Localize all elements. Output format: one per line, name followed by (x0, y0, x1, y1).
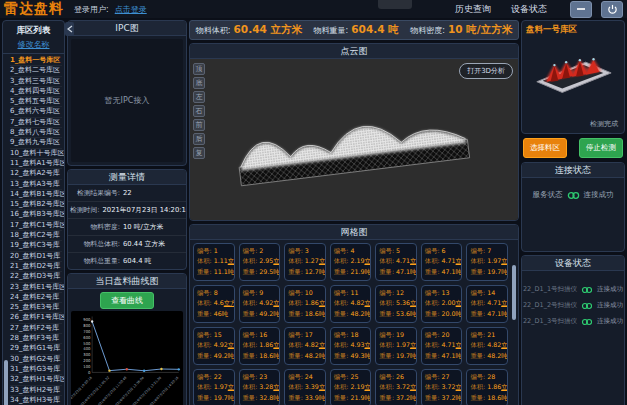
chevron-left-icon (67, 25, 73, 33)
measurement-row: 物料总体积:60.44 立方米 (68, 236, 186, 253)
sidebar-item-warehouse[interactable]: 9_盘料九号库区 (10, 138, 62, 148)
cell-volume-line: 体积: 4.71立方米 (425, 257, 459, 266)
view-button[interactable]: 前 (193, 119, 205, 131)
stat-label: 物料体积: (196, 25, 231, 36)
cell-id-line: 编号: 15 (197, 331, 231, 340)
grid-cell: 编号: 11体积: 4.82立方米重量: 48.2吨 (330, 285, 372, 323)
sidebar-item-warehouse[interactable]: 8_盘料八号库区 (10, 128, 62, 138)
pointcloud-viewport[interactable]: 顶底左右前后复 打开3D分析 (190, 59, 518, 220)
sidebar-item-warehouse[interactable]: 7_盘料七号库区 (10, 118, 62, 128)
grid-cell: 编号: 6体积: 4.71立方米重量: 47.1吨 (421, 243, 463, 281)
sidebar-item-warehouse[interactable]: 1_盘料一号库区 (10, 56, 62, 66)
cell-volume-line: 体积: 4.82立方米 (334, 299, 368, 308)
sidebar-item-warehouse[interactable]: 16_盘料B3号库区 (10, 210, 62, 220)
grid-cell: 编号: 26体积: 3.72立方米重量: 37.2吨 (375, 369, 417, 405)
cell-volume-line: 体积: 4.71立方米 (425, 341, 459, 350)
svg-text:2021年07月23日 10:20:16: 2021年07月23日 10:20:16 (71, 376, 93, 405)
titlebar-notch (378, 0, 412, 9)
minimize-button[interactable] (570, 1, 592, 18)
svg-text:300: 300 (83, 352, 91, 357)
login-link[interactable]: 点击登录 (115, 4, 147, 15)
service-status-value: 连接成功 (584, 190, 614, 200)
grid-map-panel: 网格图 编号: 1体积: 1.11立方米重量: 11.1吨编号: 2体积: 2.… (189, 224, 519, 405)
cell-weight-line: 重量: 47.1吨 (470, 310, 504, 319)
sidebar-item-warehouse[interactable]: 20_盘料D1号库 (10, 252, 62, 262)
device-row: 22_D1_3号扫描仪连接成功 (522, 317, 624, 326)
cell-volume-line: 体积: 4.71立方米 (379, 257, 413, 266)
sidebar-item-warehouse[interactable]: 19_盘料C3号库 (10, 241, 62, 251)
view-button[interactable]: 左 (193, 91, 205, 103)
sidebar-item-warehouse[interactable]: 30_盘料G2号库 (10, 355, 62, 365)
sidebar-item-warehouse[interactable]: 29_盘料G1号库 (10, 344, 62, 354)
link-icon (567, 191, 580, 200)
grid-cell: 编号: 12体积: 5.36立方米重量: 53.6吨 (375, 285, 417, 323)
cell-id-line: 编号: 22 (197, 373, 231, 382)
sidebar-item-warehouse[interactable]: 15_盘料B2号库区 (10, 200, 62, 210)
sidebar-item-warehouse[interactable]: 23_盘料E1号库区 (10, 283, 62, 293)
right-column: 盘料一号库区 (521, 20, 625, 405)
sidebar-item-warehouse[interactable]: 4_盘料四号库区 (10, 87, 62, 97)
sidebar-item-warehouse[interactable]: 14_盘料B1号库区 (10, 190, 62, 200)
sidebar-collapse-button[interactable] (65, 22, 74, 36)
history-query-button[interactable]: 历史查询 (455, 3, 491, 16)
view-button[interactable]: 顶 (193, 63, 205, 75)
sidebar-item-warehouse[interactable]: 5_盘料五号库区 (10, 97, 62, 107)
sidebar-item-warehouse[interactable]: 31_盘料G3号库 (10, 365, 62, 375)
sidebar-item-warehouse[interactable]: 2_盘料二号库区 (10, 66, 62, 76)
select-zone-button[interactable]: 选择料区 (523, 138, 567, 158)
cell-volume-line: 体积: 1.11立方米 (197, 257, 231, 266)
svg-text:400: 400 (83, 346, 91, 351)
cell-weight-line: 重量: 49.2吨 (243, 310, 277, 319)
device-status-button[interactable]: 设备状态 (511, 3, 547, 16)
sidebar-item-warehouse[interactable]: 26_盘料F1号库区 (10, 313, 62, 323)
device-status: 连接成功 (597, 301, 623, 310)
cell-id-line: 编号: 26 (379, 373, 413, 382)
view-button[interactable]: 底 (193, 77, 205, 89)
sidebar-item-warehouse[interactable]: 22_盘料D3号库 (10, 272, 62, 282)
stop-detect-button[interactable]: 停止检测 (579, 138, 623, 158)
sidebar-item-warehouse[interactable]: 24_盘料E2号库 (10, 293, 62, 303)
view-button[interactable]: 右 (193, 105, 205, 117)
open-3d-analysis-button[interactable]: 打开3D分析 (459, 63, 513, 79)
connection-status-panel: 连接状态 服务状态 连接成功 (521, 162, 625, 252)
pointcloud-title: 点云图 (190, 44, 518, 59)
sidebar-item-warehouse[interactable]: 33_盘料H2号库 (10, 386, 62, 396)
stat-value: 604.4 吨 (351, 23, 398, 37)
sidebar-item-warehouse[interactable]: 12_盘料A2号库 (10, 169, 62, 179)
device-status-panel: 设备状态 22_D1_1号扫描仪连接成功22_D1_2号扫描仪连接成功22_D1… (521, 255, 625, 405)
stat-label: 物料密度: (410, 25, 445, 36)
service-status-label: 服务状态 (533, 190, 563, 200)
svg-text:0: 0 (88, 370, 91, 375)
sidebar-item-warehouse[interactable]: 6_盘料六号库区 (10, 107, 62, 117)
view-button[interactable]: 后 (193, 133, 205, 145)
measurement-label: 检测结果编号: (70, 188, 120, 198)
sidebar-item-warehouse[interactable]: 25_盘料E3号库 (10, 303, 62, 313)
daily-curve-panel: 当日盘料曲线图 查看曲线 010020030040050060070080090… (67, 273, 187, 405)
grid-cell: 编号: 2体积: 2.95立方米重量: 29.5吨 (239, 243, 281, 281)
sidebar-item-warehouse[interactable]: 32_盘料H1号库区 (10, 375, 62, 385)
sidebar-item-warehouse[interactable]: 10_盘料十号库区 (10, 149, 62, 159)
cell-volume-line: 体积: 1.97立方米 (197, 383, 231, 392)
sidebar-item-warehouse[interactable]: 34_盘料H3号库 (10, 396, 62, 405)
view-button[interactable]: 复 (193, 147, 205, 159)
device-name: 22_D1_2号扫描仪 (523, 301, 577, 310)
view-curve-button[interactable]: 查看曲线 (100, 292, 154, 309)
cell-volume-line: 体积: 3.72立方米 (379, 383, 413, 392)
grid-cell: 编号: 4体积: 2.19立方米重量: 21.9吨 (330, 243, 372, 281)
sidebar-item-warehouse[interactable]: 27_盘料F2号库 (10, 324, 62, 334)
sidebar-scrollbar[interactable] (4, 360, 8, 405)
grid-cell: 编号: 3体积: 1.27立方米重量: 12.7吨 (284, 243, 326, 281)
sidebar-item-warehouse[interactable]: 28_盘料F3号库 (10, 334, 62, 344)
cell-id-line: 编号: 13 (425, 289, 459, 298)
power-button[interactable] (601, 1, 623, 18)
sidebar-item-warehouse[interactable]: 3_盘料三号库区 (10, 77, 62, 87)
grid-scrollbar[interactable] (512, 265, 516, 320)
device-status-title: 设备状态 (522, 256, 624, 271)
grid-cell: 编号: 8体积: 4.6立方米重量: 46吨 (193, 285, 235, 323)
rename-link[interactable]: 修改名称 (3, 39, 64, 54)
sidebar-item-warehouse[interactable]: 18_盘料C2号库 (10, 231, 62, 241)
sidebar-item-warehouse[interactable]: 13_盘料A3号库 (10, 180, 62, 190)
sidebar-item-warehouse[interactable]: 11_盘料A1号库区 (10, 159, 62, 169)
sidebar-item-warehouse[interactable]: 21_盘料D2号库 (10, 262, 62, 272)
sidebar-item-warehouse[interactable]: 17_盘料C1号库区 (10, 221, 62, 231)
